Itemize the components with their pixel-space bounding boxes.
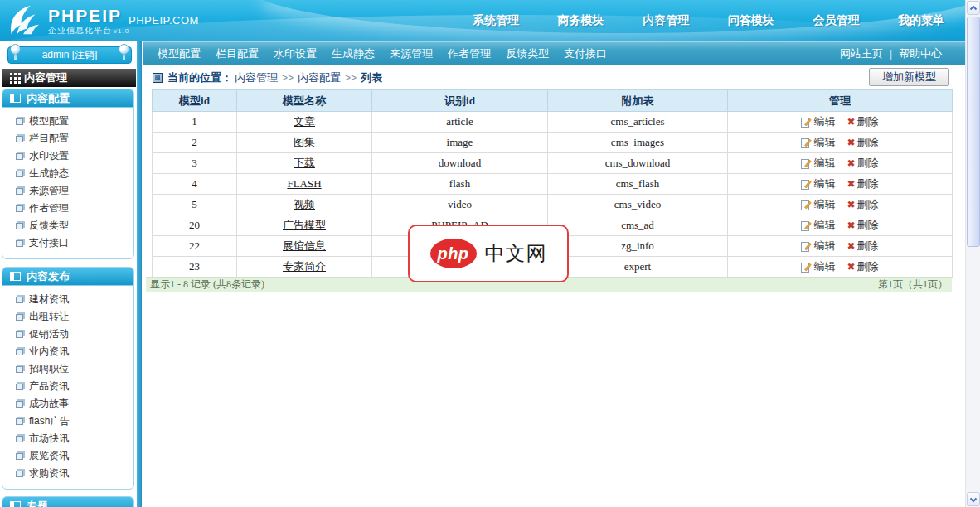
admin-bar: admin [注销] bbox=[7, 46, 132, 64]
nav-item-mymenu[interactable]: 我的菜单 bbox=[898, 13, 944, 28]
edit-link[interactable]: 编辑 bbox=[801, 218, 835, 233]
nav-item-business[interactable]: 商务模块 bbox=[558, 13, 604, 28]
breadcrumb-link-content[interactable]: 内容管理 bbox=[235, 70, 278, 85]
delete-link[interactable]: ✖删除 bbox=[847, 197, 878, 212]
edit-link[interactable]: 编辑 bbox=[801, 239, 835, 254]
scrollbar-thumb[interactable] bbox=[967, 17, 980, 247]
doc-icon bbox=[16, 297, 23, 303]
model-name-link[interactable]: 展馆信息 bbox=[283, 239, 326, 252]
breadcrumb: 当前的位置： 内容管理 >> 内容配置 >> 列表 增加新模型 bbox=[143, 65, 965, 89]
sidebar-item-feedback[interactable]: 反馈类型 bbox=[2, 217, 133, 234]
delete-link[interactable]: ✖删除 bbox=[847, 176, 878, 191]
delete-link[interactable]: ✖删除 bbox=[847, 239, 878, 254]
delete-icon: ✖ bbox=[847, 116, 855, 128]
doc-icon bbox=[16, 471, 23, 477]
nav-item-members[interactable]: 会员管理 bbox=[813, 13, 859, 28]
sidebar-item-column-config[interactable]: 栏目配置 bbox=[2, 130, 133, 147]
delete-link[interactable]: ✖删除 bbox=[847, 259, 878, 274]
edit-link[interactable]: 编辑 bbox=[801, 156, 835, 171]
delete-icon: ✖ bbox=[847, 240, 855, 252]
subnav-item-feedback[interactable]: 反馈类型 bbox=[506, 46, 549, 61]
subnav-item-column-config[interactable]: 栏目配置 bbox=[216, 46, 259, 61]
sidebar-item[interactable]: 建材资讯 bbox=[2, 291, 133, 308]
help-link[interactable]: 帮助中心 bbox=[899, 46, 942, 61]
doc-icon bbox=[16, 314, 23, 321]
sidebar-section-publish: 内容发布 建材资讯 出租转让 促销活动 业内资讯 招聘职位 产品资讯 成功故事 … bbox=[2, 267, 134, 490]
scroll-up-button[interactable] bbox=[967, 1, 980, 15]
model-name-link[interactable]: 下载 bbox=[294, 157, 315, 169]
edit-icon bbox=[801, 200, 812, 210]
cell-attach: cms_download bbox=[548, 153, 728, 174]
table-row: 4 FLASH flash cms_flash 编辑 ✖删除 bbox=[153, 174, 953, 195]
edit-icon bbox=[801, 262, 812, 273]
sidebar-item-model-config[interactable]: 模型配置 bbox=[2, 113, 133, 130]
delete-link[interactable]: ✖删除 bbox=[847, 156, 878, 171]
sidebar-item[interactable]: 求购资讯 bbox=[2, 465, 133, 482]
cell-id: 4 bbox=[153, 174, 237, 195]
sidebar-item-watermark[interactable]: 水印设置 bbox=[2, 147, 133, 165]
edit-link[interactable]: 编辑 bbox=[801, 176, 835, 191]
doc-icon bbox=[16, 136, 23, 142]
cell-id: 22 bbox=[153, 236, 237, 257]
doc-icon bbox=[16, 153, 23, 160]
model-name-link[interactable]: 专家简介 bbox=[283, 260, 326, 273]
sidebar-item[interactable]: 出租转让 bbox=[2, 308, 133, 326]
edit-link[interactable]: 编辑 bbox=[801, 114, 835, 129]
sidebar-item-author[interactable]: 作者管理 bbox=[2, 200, 133, 217]
sidebar-item[interactable]: 业内资讯 bbox=[2, 343, 133, 360]
window-icon bbox=[10, 272, 21, 281]
breadcrumb-link-config[interactable]: 内容配置 bbox=[298, 70, 341, 85]
window-icon bbox=[10, 501, 21, 507]
sidebar-item-payment[interactable]: 支付接口 bbox=[2, 234, 133, 252]
section-header[interactable]: 内容配置 bbox=[2, 89, 133, 108]
sidebar-item-source[interactable]: 来源管理 bbox=[2, 182, 133, 200]
subnav-item-source[interactable]: 来源管理 bbox=[390, 46, 433, 61]
col-manage: 管理 bbox=[728, 90, 953, 112]
sidebar-item[interactable]: 招聘职位 bbox=[2, 360, 133, 378]
edit-icon bbox=[801, 179, 812, 190]
model-name-link[interactable]: FLASH bbox=[287, 177, 321, 190]
edit-link[interactable]: 编辑 bbox=[801, 197, 835, 212]
subnav-item-model-config[interactable]: 模型配置 bbox=[158, 46, 201, 61]
subnav-item-static[interactable]: 生成静态 bbox=[332, 46, 375, 61]
grid-icon bbox=[10, 77, 12, 80]
add-model-button[interactable]: 增加新模型 bbox=[869, 68, 949, 86]
edit-link[interactable]: 编辑 bbox=[801, 135, 835, 150]
nav-item-content[interactable]: 内容管理 bbox=[643, 13, 689, 28]
sidebar-item-static[interactable]: 生成静态 bbox=[2, 165, 133, 182]
delete-icon: ✖ bbox=[847, 157, 855, 169]
section-header[interactable]: 内容发布 bbox=[2, 268, 133, 286]
home-link[interactable]: 网站主页 bbox=[840, 46, 883, 61]
table-row: 5 视频 video cms_video 编辑 ✖删除 bbox=[153, 195, 953, 215]
table-row: 2 图集 image cms_images 编辑 ✖删除 bbox=[153, 133, 953, 153]
subnav-item-payment[interactable]: 支付接口 bbox=[564, 46, 607, 61]
sidebar-item[interactable]: 市场快讯 bbox=[2, 430, 133, 447]
section-header[interactable]: 专题 bbox=[2, 497, 133, 507]
sidebar-item[interactable]: 展览资讯 bbox=[2, 447, 133, 465]
edit-link[interactable]: 编辑 bbox=[801, 259, 835, 274]
cell-attach: expert bbox=[548, 257, 728, 278]
model-name-link[interactable]: 图集 bbox=[294, 136, 315, 148]
nav-item-qa[interactable]: 问答模块 bbox=[728, 13, 774, 28]
sidebar-item[interactable]: 成功故事 bbox=[2, 395, 133, 413]
model-name-link[interactable]: 视频 bbox=[294, 198, 315, 210]
cell-identifier: video bbox=[372, 195, 548, 215]
delete-link[interactable]: ✖删除 bbox=[847, 114, 878, 129]
sidebar-item[interactable]: 产品资讯 bbox=[2, 378, 133, 395]
nav-item-system[interactable]: 系统管理 bbox=[473, 13, 519, 28]
delete-icon: ✖ bbox=[847, 178, 855, 190]
sidebar-item[interactable]: flash广告 bbox=[2, 413, 133, 430]
cell-attach: cms_ad bbox=[548, 215, 728, 236]
subnav-item-watermark[interactable]: 水印设置 bbox=[274, 46, 317, 61]
scroll-down-button[interactable] bbox=[967, 492, 980, 506]
model-name-link[interactable]: 广告模型 bbox=[283, 219, 326, 231]
sidebar-item[interactable]: 促销活动 bbox=[2, 326, 133, 343]
subnav-item-author[interactable]: 作者管理 bbox=[448, 46, 491, 61]
delete-link[interactable]: ✖删除 bbox=[847, 218, 878, 233]
delete-link[interactable]: ✖删除 bbox=[847, 135, 878, 150]
pin-icon bbox=[10, 44, 21, 55]
vertical-scrollbar[interactable] bbox=[965, 0, 980, 507]
logout-link[interactable]: [注销] bbox=[72, 49, 98, 60]
app-root: PHPEIP 企业信息化平台v1.0 PHPEIP.COM 系统管理 商务模块 … bbox=[0, 0, 980, 507]
model-name-link[interactable]: 文章 bbox=[294, 115, 315, 128]
